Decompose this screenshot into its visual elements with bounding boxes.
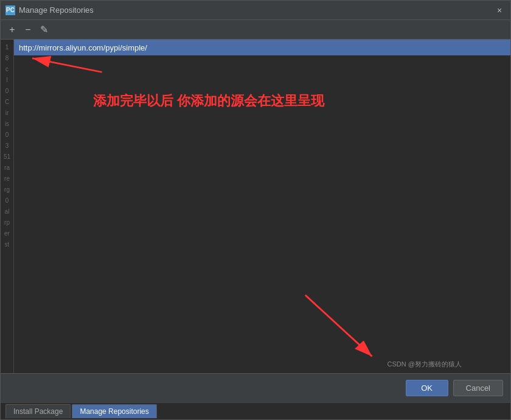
sidebar-letter: 0 bbox=[1, 130, 13, 141]
svg-line-3 bbox=[305, 295, 372, 357]
close-button[interactable]: × bbox=[495, 5, 504, 15]
bottom-bar: CSDN @努力搬砖的猿人 OK Cancel bbox=[1, 373, 510, 402]
edit-repo-button[interactable]: ✎ bbox=[37, 23, 50, 37]
title-bar: PC Manage Repositories × bbox=[1, 1, 510, 20]
bottom-tabs: Install Package Manage Repositories bbox=[1, 402, 510, 419]
repo-url: http://mirrors.aliyun.com/pypi/simple/ bbox=[19, 43, 147, 52]
sidebar-letter: er bbox=[1, 228, 13, 239]
sidebar-letter: 0 bbox=[1, 195, 13, 206]
empty-list-space: 添加完毕以后 你添加的源会在这里呈现 bbox=[14, 55, 510, 373]
sidebar-letter: st bbox=[1, 239, 13, 250]
sidebar-letter: al bbox=[1, 206, 13, 217]
repo-list: http://mirrors.aliyun.com/pypi/simple/ 添… bbox=[14, 40, 510, 373]
repo-list-item[interactable]: http://mirrors.aliyun.com/pypi/simple/ bbox=[14, 40, 510, 55]
tab-install-package[interactable]: Install Package bbox=[5, 404, 71, 418]
sidebar-letter: 3 bbox=[1, 141, 13, 152]
tab-manage-repositories[interactable]: Manage Repositories bbox=[72, 404, 156, 418]
toolbar: + − ✎ bbox=[1, 20, 510, 40]
window-title: Manage Repositories bbox=[19, 5, 506, 15]
sidebar-letter: is bbox=[1, 119, 13, 130]
sidebar-letter: re bbox=[1, 173, 13, 184]
sidebar-letter: 8 bbox=[1, 53, 13, 64]
sidebar-letter: 1 bbox=[1, 42, 13, 53]
left-sidebar: 1 8 c l 0 C ir is 0 3 51 ra re rg 0 al r… bbox=[1, 40, 14, 373]
sidebar-letter: ir bbox=[1, 108, 13, 119]
sidebar-letter: ra bbox=[1, 163, 13, 173]
sidebar-letter: 0 bbox=[1, 86, 13, 97]
sidebar-letter: rg bbox=[1, 184, 13, 195]
add-repo-button[interactable]: + bbox=[5, 23, 19, 37]
sidebar-letter: C bbox=[1, 97, 13, 108]
annotation-text: 添加完毕以后 你添加的源会在这里呈现 bbox=[93, 92, 324, 110]
arrows-overlay bbox=[14, 55, 510, 373]
remove-repo-button[interactable]: − bbox=[21, 23, 35, 37]
sidebar-letter: 51 bbox=[1, 152, 13, 163]
sidebar-letter: rp bbox=[1, 217, 13, 228]
ok-button[interactable]: OK bbox=[406, 380, 448, 396]
content-area: 1 8 c l 0 C ir is 0 3 51 ra re rg 0 al r… bbox=[1, 40, 510, 373]
dialog-window: PC Manage Repositories × + − ✎ 1 8 c l 0… bbox=[0, 0, 511, 420]
cancel-button[interactable]: Cancel bbox=[453, 380, 503, 396]
app-icon: PC bbox=[5, 5, 15, 15]
svg-line-2 bbox=[32, 58, 102, 72]
sidebar-letter: l bbox=[1, 75, 13, 86]
sidebar-letter: c bbox=[1, 64, 13, 75]
